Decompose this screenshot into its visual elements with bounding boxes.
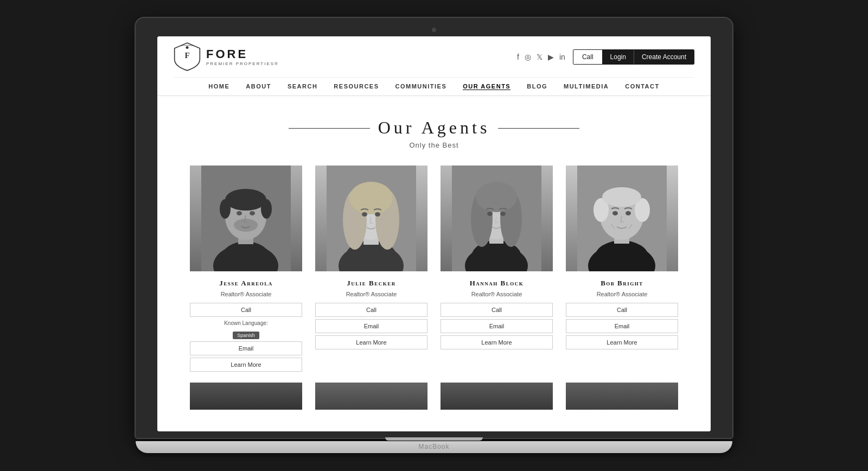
agent-photo-jesse <box>190 166 302 271</box>
svg-point-20 <box>349 182 393 214</box>
page-title-section: Our Agents Only the Best <box>190 118 678 149</box>
agent-actions-jesse: Call Known Language: Spanish Email Learn… <box>190 303 302 372</box>
logo-name: FORE <box>206 47 279 61</box>
agent-call-bob[interactable]: Call <box>566 303 678 317</box>
social-icons: f ◎ 𝕏 ▶ in <box>517 53 565 61</box>
svg-point-8 <box>237 211 242 215</box>
nav-blog[interactable]: BLOG <box>527 83 547 90</box>
agent-name-jesse: Jesse Arreola <box>219 279 272 288</box>
camera <box>432 28 436 32</box>
partial-photo-4 <box>566 383 678 410</box>
agent-email-bob[interactable]: Email <box>566 319 678 333</box>
agent-title-bob: Realtor® Associate <box>597 291 648 297</box>
partial-photo-2 <box>315 383 427 410</box>
laptop-frame: F FORE PREMIER PROPERTIES® <box>136 18 732 453</box>
nav-home[interactable]: HOME <box>208 83 229 90</box>
agent-learn-more-bob[interactable]: Learn More <box>566 335 678 349</box>
agent-learn-more-jesse[interactable]: Learn More <box>190 358 302 372</box>
agent-card-hannah: Hannah Block Realtor® Associate Call Ema… <box>441 166 553 372</box>
call-button[interactable]: Call <box>573 50 603 64</box>
agent-name-hannah: Hannah Block <box>470 279 524 288</box>
agent-silhouette-bob <box>566 166 678 271</box>
agent-actions-hannah: Call Email Learn More <box>441 303 553 349</box>
svg-point-30 <box>476 182 517 212</box>
agent-title-hannah: Realtor® Associate <box>471 291 522 297</box>
svg-point-42 <box>626 211 631 215</box>
nav-search[interactable]: SEARCH <box>288 83 317 90</box>
agent-learn-more-julie[interactable]: Learn More <box>315 335 427 349</box>
agent-title-julie: Realtor® Associate <box>346 291 397 297</box>
linkedin-icon[interactable]: in <box>559 53 565 61</box>
screen: F FORE PREMIER PROPERTIES® <box>157 36 711 431</box>
spanish-badge: Spanish <box>233 332 259 339</box>
agent-name-julie: Julie Becker <box>347 279 395 288</box>
logo-sub: PREMIER PROPERTIES® <box>206 61 279 66</box>
svg-point-32 <box>500 212 506 216</box>
page-title: Our Agents <box>378 118 490 138</box>
svg-text:F: F <box>184 51 189 60</box>
nav-about[interactable]: ABOUT <box>246 83 271 90</box>
agent-email-julie[interactable]: Email <box>315 319 427 333</box>
header-buttons: Call Login Create Account <box>573 49 694 65</box>
nav-contact[interactable]: CONTACT <box>625 83 659 90</box>
agent-name-bob: Bob Bright <box>601 279 643 288</box>
svg-point-22 <box>375 212 380 217</box>
language-badge-wrapper: Spanish <box>190 329 302 339</box>
nav-multimedia[interactable]: MULTIMEDIA <box>564 83 609 90</box>
header-right: f ◎ 𝕏 ▶ in Call Login Create Account <box>517 49 694 65</box>
laptop-notch <box>385 437 483 441</box>
site-header: F FORE PREMIER PROPERTIES® <box>157 36 711 96</box>
youtube-icon[interactable]: ▶ <box>548 53 554 61</box>
main-content: Our Agents Only the Best <box>157 96 711 431</box>
logo-area: F FORE PREMIER PROPERTIES® <box>174 42 279 72</box>
nav-resources[interactable]: RESOURCES <box>334 83 379 90</box>
agents-grid: Jesse Arreola Realtor® Associate Call Kn… <box>190 166 678 372</box>
agent-call-julie[interactable]: Call <box>315 303 427 317</box>
facebook-icon[interactable]: f <box>517 53 519 61</box>
laptop-base: MacBook <box>136 441 732 453</box>
svg-point-9 <box>250 211 255 215</box>
agent-title-jesse: Realtor® Associate <box>221 291 272 297</box>
agent-silhouette-jesse <box>190 166 302 271</box>
svg-point-21 <box>362 212 367 217</box>
svg-point-40 <box>602 187 641 207</box>
agent-call-hannah[interactable]: Call <box>441 303 553 317</box>
agent-silhouette-julie <box>315 166 427 271</box>
svg-point-7 <box>234 219 258 232</box>
nav-bar: HOME ABOUT SEARCH RESOURCES COMMUNITIES … <box>174 78 694 96</box>
partial-photo-1 <box>190 383 302 410</box>
twitter-icon[interactable]: 𝕏 <box>537 53 542 61</box>
create-account-button[interactable]: Create Account <box>634 50 694 64</box>
laptop-brand: MacBook <box>136 443 732 450</box>
svg-point-10 <box>225 189 266 211</box>
svg-point-11 <box>220 199 231 219</box>
logo-shield-icon: F <box>174 42 201 72</box>
agent-email-hannah[interactable]: Email <box>441 319 553 333</box>
svg-point-1 <box>186 46 189 49</box>
header-top: F FORE PREMIER PROPERTIES® <box>174 36 694 78</box>
agent-card-julie: Julie Becker Realtor® Associate Call Ema… <box>315 166 427 372</box>
agent-photo-julie <box>315 166 427 271</box>
agent-card-bob: Bob Bright Realtor® Associate Call Email… <box>566 166 678 372</box>
login-button[interactable]: Login <box>603 50 634 64</box>
agents-grid-partial <box>190 383 678 410</box>
agent-silhouette-hannah <box>441 166 553 271</box>
svg-point-41 <box>612 211 618 215</box>
agent-photo-hannah <box>441 166 553 271</box>
nav-communities[interactable]: COMMUNITIES <box>395 83 447 90</box>
svg-point-12 <box>261 199 272 219</box>
agent-email-jesse[interactable]: Email <box>190 341 302 355</box>
agent-learn-more-hannah[interactable]: Learn More <box>441 335 553 349</box>
nav-our-agents[interactable]: OUR AGENTS <box>463 83 510 90</box>
agent-photo-bob <box>566 166 678 271</box>
agent-call-jesse[interactable]: Call <box>190 303 302 317</box>
screen-bezel: F FORE PREMIER PROPERTIES® <box>136 18 732 438</box>
partial-photo-3 <box>441 383 553 410</box>
known-language-label: Known Language: <box>190 320 302 326</box>
instagram-icon[interactable]: ◎ <box>525 53 531 61</box>
page-subtitle: Only the Best <box>190 141 678 149</box>
agent-actions-julie: Call Email Learn More <box>315 303 427 349</box>
agent-actions-bob: Call Email Learn More <box>566 303 678 349</box>
logo-text: FORE PREMIER PROPERTIES® <box>206 47 279 66</box>
agent-card-jesse: Jesse Arreola Realtor® Associate Call Kn… <box>190 166 302 372</box>
